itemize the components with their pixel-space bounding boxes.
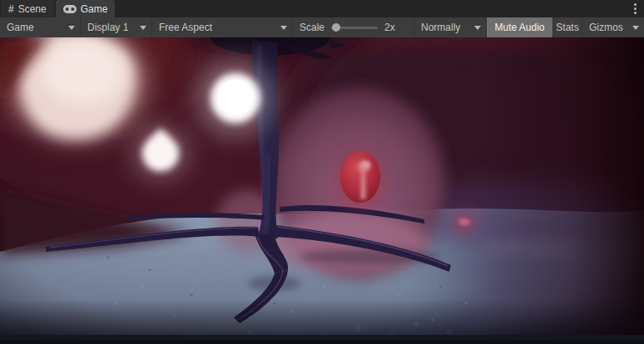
game-viewport[interactable] [0, 37, 644, 344]
stats-button[interactable]: Stats [553, 17, 582, 37]
gizmos-label: Gizmos [589, 22, 623, 33]
scale-value: 2x [384, 22, 395, 33]
play-focus-dropdown[interactable]: Normally [414, 17, 487, 37]
play-focus-label: Normally [421, 22, 460, 33]
tab-scene-label: Scene [18, 3, 47, 15]
gamepad-icon [63, 5, 77, 13]
display-dropdown[interactable]: Display 1 [81, 17, 152, 37]
mute-audio-button[interactable]: Mute Audio [487, 17, 553, 37]
mute-audio-label: Mute Audio [494, 22, 544, 33]
scale-slider[interactable] [331, 22, 378, 32]
tab-game-label: Game [81, 3, 108, 15]
chevron-down-icon [280, 26, 287, 30]
aspect-label: Free Aspect [159, 22, 212, 33]
tab-bar: # Scene Game [0, 0, 644, 17]
rendered-game-scene [0, 37, 644, 344]
heart-glow [131, 124, 191, 180]
scale-control: Scale 2x [293, 17, 414, 37]
display-label: Display 1 [87, 22, 128, 33]
chevron-down-icon [68, 26, 75, 30]
chevron-down-icon [140, 26, 146, 30]
game-menu-label: Game [7, 22, 34, 33]
gizmos-dropdown[interactable]: Gizmos [582, 17, 644, 37]
game-view-toolbar: Game Display 1 Free Aspect Scale 2x Norm… [0, 17, 644, 37]
kebab-menu-icon[interactable] [634, 3, 637, 14]
chevron-down-icon [474, 26, 481, 30]
stats-label: Stats [556, 22, 578, 33]
white-orb-glow [196, 58, 275, 138]
tab-scene[interactable]: # Scene [1, 0, 54, 17]
scale-label: Scale [300, 22, 324, 33]
game-menu-dropdown[interactable]: Game [0, 17, 81, 37]
chevron-down-icon [632, 26, 639, 30]
scale-slider-knob[interactable] [332, 23, 340, 32]
aspect-ratio-dropdown[interactable]: Free Aspect [152, 17, 293, 37]
scene-grid-icon: # [8, 4, 14, 14]
tab-game[interactable]: Game [56, 0, 116, 17]
